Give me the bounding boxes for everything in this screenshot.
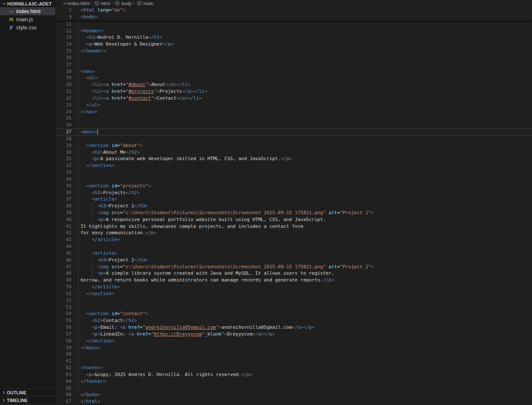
line-content[interactable]: </footer> [75, 378, 532, 385]
sidebar-section-outline[interactable]: OUTLINE [0, 388, 55, 396]
line-content[interactable]: It highlights my skills, showcases sampl… [75, 223, 532, 230]
line-content[interactable]: <article> [75, 196, 532, 203]
line-number[interactable]: 56 [56, 324, 72, 331]
line-number[interactable]: 24 [56, 109, 72, 115]
line-number[interactable]: 51 [56, 290, 72, 297]
line-content[interactable]: <p>&copy; 2025 Andrei D. Hornilla. All r… [75, 371, 532, 378]
line-number[interactable]: 22 [56, 95, 72, 102]
line-number[interactable]: 40 [56, 216, 72, 223]
line-number[interactable]: 38 [56, 203, 72, 210]
explorer-root-header[interactable]: HORNILLA3C-ADET [0, 0, 55, 7]
line-content[interactable]: <ul> [75, 75, 532, 81]
line-number[interactable]: 19 [56, 75, 72, 81]
line-content[interactable] [75, 169, 532, 176]
line-content[interactable] [75, 61, 532, 68]
line-content[interactable]: </nav> [75, 109, 532, 115]
line-content[interactable]: </html> [75, 398, 532, 405]
line-content[interactable] [75, 358, 532, 365]
line-number[interactable]: 52 [56, 297, 72, 304]
line-content[interactable]: </main> [75, 345, 532, 351]
line-content[interactable]: <p>A simple library system created with … [75, 270, 532, 277]
line-number[interactable]: 46 [56, 257, 72, 264]
line-number[interactable]: 48 [56, 270, 72, 277]
line-number[interactable]: 47 [56, 264, 72, 270]
line-number[interactable]: 14 [56, 41, 72, 48]
line-number[interactable]: 30 [56, 149, 72, 156]
line-number[interactable]: 67 [56, 398, 72, 405]
line-content[interactable]: <img src="c:\Users\Student\Pictures\Scre… [75, 264, 532, 270]
line-number[interactable]: 17 [56, 61, 72, 68]
line-content[interactable]: <h2>Projects</h2> [75, 190, 532, 196]
line-content[interactable] [75, 176, 532, 183]
line-number[interactable]: 23 [56, 102, 72, 109]
line-content[interactable]: <section id="about"> [75, 142, 532, 149]
line-number[interactable]: 34 [56, 176, 72, 183]
line-content[interactable]: <h3>Project 1</h3> [75, 203, 532, 210]
line-content[interactable]: <header> [75, 28, 532, 34]
line-content[interactable] [75, 385, 532, 392]
line-number[interactable]: 32 [56, 162, 72, 169]
line-number[interactable]: 35 [56, 183, 72, 190]
line-number[interactable]: 54 [56, 310, 72, 317]
line-content[interactable]: </body> [75, 391, 532, 398]
line-content[interactable]: <footer> [75, 365, 532, 371]
line-content[interactable]: <li><a href="#projects">Projects</a></li… [75, 88, 532, 95]
line-number[interactable]: 53 [56, 304, 72, 311]
file-item-index-html[interactable]: <>index.html [0, 7, 55, 15]
line-content[interactable]: <li><a href="#about">About</a></li> [75, 81, 532, 88]
line-number[interactable]: 50 [56, 284, 72, 290]
line-content[interactable]: </section> [75, 290, 532, 297]
line-content[interactable] [75, 21, 532, 28]
line-content[interactable]: </section> [75, 338, 532, 345]
line-content[interactable]: </article> [75, 236, 532, 243]
line-content[interactable] [75, 135, 532, 142]
file-item-main-js[interactable]: JSmain.js [0, 15, 55, 23]
line-number[interactable]: 29 [56, 142, 72, 149]
line-content[interactable]: <h3>Project 2</h3> [75, 257, 532, 264]
line-number[interactable]: 31 [56, 155, 72, 162]
line-content[interactable]: <img src="c:\Users\Student\Pictures\Scre… [75, 210, 532, 216]
line-content[interactable]: </section> [75, 162, 532, 169]
line-number[interactable]: 49 [56, 277, 72, 284]
line-number[interactable]: 39 [56, 210, 72, 216]
line-content[interactable]: <p>A passionate web developer skilled in… [75, 155, 532, 162]
line-number[interactable]: 43 [56, 236, 72, 243]
line-number[interactable]: 62 [56, 365, 72, 371]
line-content[interactable]: for easy communication.</p> [75, 230, 532, 236]
line-content[interactable]: borrow, and return books while administr… [75, 277, 532, 284]
line-number[interactable]: 65 [56, 385, 72, 392]
line-number[interactable]: 28 [56, 135, 72, 142]
sidebar-section-timeline[interactable]: TIMELINE [0, 396, 55, 404]
line-content[interactable]: <h1>Andrei D. Hornilla</h1> [75, 34, 532, 41]
line-content[interactable] [75, 297, 532, 304]
line-number[interactable]: 26 [56, 122, 72, 129]
line-number[interactable]: 41 [56, 223, 72, 230]
line-content[interactable]: </ul> [75, 102, 532, 109]
line-content[interactable]: <h2>Contact</h2> [75, 317, 532, 324]
line-content[interactable]: </header> [75, 48, 532, 55]
file-item-style-css[interactable]: #style.css [0, 23, 55, 32]
line-number[interactable]: 37 [56, 196, 72, 203]
line-content[interactable] [75, 304, 532, 311]
line-number[interactable]: 20 [56, 81, 72, 88]
line-content[interactable]: <p>LinkedIn: <a href="https://Dreyyycom"… [75, 331, 532, 338]
line-number[interactable]: 58 [56, 338, 72, 345]
line-number[interactable]: 36 [56, 190, 72, 196]
line-number[interactable]: 60 [56, 351, 72, 358]
line-number[interactable]: 61 [56, 358, 72, 365]
line-content[interactable]: <h2>About Me</h2> [75, 149, 532, 156]
line-content[interactable]: <p>Email: <a href="andreihornilla05gmail… [75, 324, 532, 331]
line-number[interactable]: 64 [56, 378, 72, 385]
line-number[interactable]: 13 [56, 34, 72, 41]
breadcrumb-item-index-html[interactable]: <>index.html [63, 1, 89, 6]
line-content[interactable]: <p>A responsive personal portfolio websi… [75, 216, 532, 223]
line-number[interactable]: 44 [56, 243, 72, 250]
line-content[interactable]: <article> [75, 250, 532, 257]
line-number[interactable]: 42 [56, 230, 72, 236]
line-number[interactable]: 15 [56, 48, 72, 55]
line-number[interactable]: 12 [56, 28, 72, 34]
line-content[interactable]: <html lang="en"> [75, 7, 532, 14]
line-number[interactable]: 16 [56, 55, 72, 61]
line-number[interactable]: 25 [56, 115, 72, 122]
line-number[interactable]: 59 [56, 345, 72, 351]
